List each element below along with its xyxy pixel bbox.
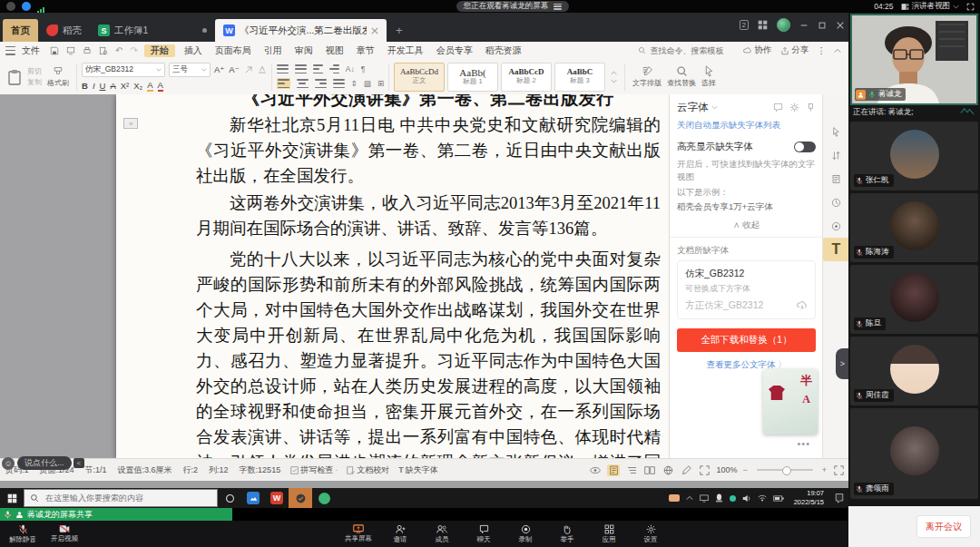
collab-button[interactable]: 协作: [743, 44, 772, 56]
align-center-icon[interactable]: [297, 79, 309, 88]
font-color-icon[interactable]: A: [158, 80, 163, 92]
spellcheck-toggle[interactable]: 拼写检查·: [286, 464, 342, 476]
view-mode-switch[interactable]: 演讲者视图: [901, 1, 960, 12]
eye-protect-icon[interactable]: [589, 464, 602, 476]
zoom-out-icon[interactable]: −: [742, 465, 747, 474]
sort-icon[interactable]: A↓: [346, 64, 355, 73]
command-search[interactable]: [638, 45, 736, 56]
align-right-icon[interactable]: [315, 79, 327, 88]
record-button[interactable]: 录制: [505, 521, 546, 547]
more-menu-icon[interactable]: ⋮: [818, 45, 827, 55]
justify-icon[interactable]: [333, 79, 345, 88]
doc-tool-icon[interactable]: [823, 167, 848, 190]
superscript-icon[interactable]: X²: [121, 81, 130, 91]
tray-display-icon[interactable]: [700, 494, 709, 503]
wifi-icon[interactable]: [758, 494, 767, 502]
menu-item-4[interactable]: 审阅: [289, 44, 319, 57]
menu-item-0[interactable]: 开始: [144, 44, 175, 57]
photos-app-icon[interactable]: [241, 488, 265, 508]
menu-item-5[interactable]: 视图: [319, 44, 350, 57]
shrink-font-icon[interactable]: A⁻: [229, 64, 239, 74]
minimize-icon[interactable]: [799, 21, 808, 30]
decrease-indent-icon[interactable]: [313, 64, 323, 73]
sort-tool-icon[interactable]: [823, 143, 848, 167]
update-badge[interactable]: 2: [740, 20, 749, 30]
fullscreen-icon[interactable]: [966, 3, 975, 11]
main-speaker-video[interactable]: 蒋诚龙: [850, 14, 978, 105]
participant-tile[interactable]: 龚颂雨: [850, 408, 978, 499]
taskbar-search[interactable]: [24, 489, 218, 507]
find-replace-button[interactable]: 查找替换: [664, 65, 699, 88]
meeting-app-taskbar-icon[interactable]: [289, 488, 312, 508]
menu-item-1[interactable]: 插入: [178, 44, 209, 57]
download-replace-all-button[interactable]: 全部下载和替换（1）: [677, 328, 816, 352]
feedback-icon[interactable]: [773, 103, 783, 112]
strikethrough-icon[interactable]: A: [110, 81, 115, 91]
chat-collapse-icon[interactable]: <: [74, 458, 85, 468]
two-page-view-icon[interactable]: [643, 464, 656, 476]
style-heading1[interactable]: AaBb(标题 1: [447, 63, 498, 92]
outline-view-icon[interactable]: [625, 464, 638, 476]
participant-tile[interactable]: 陈海涛: [850, 193, 978, 262]
expand-panel-tab[interactable]: >: [836, 348, 848, 379]
emoji-icon[interactable]: ☺: [2, 457, 15, 470]
text-layout-button[interactable]: 文字排版: [630, 65, 664, 88]
download-cloud-icon[interactable]: [797, 300, 808, 311]
style-heading3[interactable]: AaBbC标题 3: [554, 63, 605, 92]
unmute-button[interactable]: 解除静音: [2, 521, 44, 547]
close-window-icon[interactable]: [836, 21, 845, 30]
tab-document-active[interactable]: W 《习近平外交演...第二卷出版发行: [215, 19, 387, 42]
style-heading2[interactable]: AaBbCcD标题 2: [501, 63, 552, 92]
line-spacing-icon[interactable]: ⇕: [351, 79, 358, 88]
participant-tile[interactable]: 陈旦: [850, 265, 978, 334]
highlight-missing-toggle[interactable]: [794, 142, 816, 152]
command-search-input[interactable]: [649, 45, 736, 56]
font-name-select[interactable]: 仿宋_GB2312: [82, 63, 165, 77]
status-wordcount[interactable]: 字数:12515: [234, 464, 287, 476]
underline-icon[interactable]: U: [100, 81, 106, 91]
format-painter-button[interactable]: 格式刷: [44, 66, 72, 88]
redo-icon[interactable]: ↷: [126, 45, 141, 55]
proofread-button[interactable]: 文档校对: [342, 464, 394, 476]
menu-item-2[interactable]: 页面布局: [209, 44, 258, 57]
style-gallery-scroll[interactable]: [608, 71, 620, 83]
participant-tile[interactable]: 张仁凯: [850, 122, 978, 190]
promo-more-icon[interactable]: •••: [797, 438, 810, 449]
start-video-button[interactable]: 开启视频: [44, 521, 85, 547]
web-view-icon[interactable]: [662, 464, 674, 476]
bold-icon[interactable]: B: [82, 81, 88, 91]
new-tab-button[interactable]: +: [387, 19, 412, 42]
collapse-link[interactable]: ∧ 收起: [670, 214, 823, 238]
settings-button[interactable]: 设置: [630, 521, 671, 547]
paragraph-mark-icon[interactable]: ≡: [123, 118, 138, 129]
increase-indent-icon[interactable]: [329, 64, 339, 73]
leave-meeting-button[interactable]: 离开会议: [916, 515, 971, 538]
pin-icon[interactable]: [806, 103, 816, 112]
tab-docer[interactable]: 稻壳: [38, 19, 90, 42]
document-page[interactable]: ≡ 《习近平外交演讲集》第一卷、第二卷出版发行 新华社北京5月11日电 中共中央…: [116, 94, 671, 458]
account-avatar[interactable]: [777, 18, 790, 32]
font-tool-icon[interactable]: T: [823, 238, 848, 261]
menu-item-8[interactable]: 会员专享: [430, 44, 479, 57]
output-icon[interactable]: [63, 46, 79, 55]
apps-grid-icon[interactable]: [758, 20, 768, 30]
missing-font-button[interactable]: T缺失字体: [394, 464, 443, 476]
number-list-icon[interactable]: [295, 64, 307, 73]
undo-icon[interactable]: ↶: [112, 45, 126, 55]
menu-file[interactable]: 文件: [15, 44, 46, 57]
zoom-slider[interactable]: [757, 469, 813, 471]
gear-icon[interactable]: [789, 103, 799, 112]
chat-button[interactable]: 聊天: [463, 521, 505, 547]
save-icon[interactable]: [46, 46, 63, 55]
tab-workbook[interactable]: S 工作簿1: [90, 19, 215, 42]
phonetic-icon[interactable]: [258, 65, 267, 74]
tray-expand-icon[interactable]: [686, 495, 693, 501]
participant-tile[interactable]: 周佳霞: [850, 337, 978, 405]
watching-banner[interactable]: 您正在观看蒋诚龙的屏幕: [456, 1, 570, 12]
wechat-app-icon[interactable]: [312, 488, 336, 508]
wps-app-icon[interactable]: W: [265, 488, 289, 508]
border-icon[interactable]: ⊞: [377, 79, 384, 88]
fit-page-icon[interactable]: [698, 464, 710, 476]
tray-app-icon[interactable]: [669, 494, 680, 502]
italic-icon[interactable]: I: [93, 81, 95, 91]
